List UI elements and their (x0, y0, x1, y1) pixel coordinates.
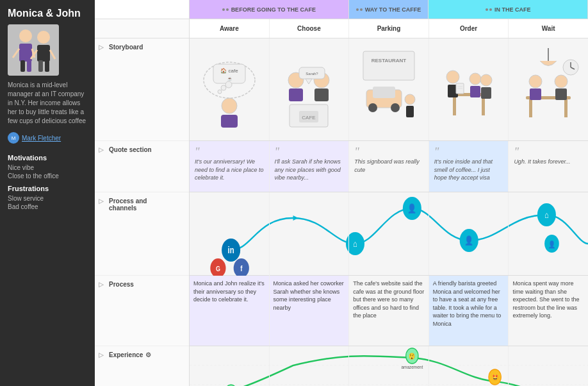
svg-rect-2 (19, 44, 32, 62)
channels-cell-5 (509, 192, 588, 275)
svg-point-47 (480, 74, 492, 86)
experience-row: 😲 awe 😊 trust 😲 amazement (190, 346, 588, 386)
col-header-wait: Wait (509, 19, 588, 38)
channels-cell-4 (429, 192, 509, 275)
gear-icon: ⚙ (145, 351, 151, 358)
row-labels-inner: ▷ Storyboard ▷ Quote section ▷ Process a… (95, 38, 189, 386)
phase-way-label: WAY TO THE CAFFE (365, 6, 421, 13)
quote-row: " It's our anniversary! We need to find … (190, 141, 588, 192)
phases-row: BEFORE GOING TO THE CAFE WAY TO THE CAFF… (190, 0, 588, 19)
exp-cell-3 (349, 346, 429, 386)
scroll-area[interactable]: Aware Choose Parking Order Wait (190, 19, 588, 386)
svg-point-56 (529, 75, 542, 88)
col-header-spacer (95, 19, 189, 38)
process-label: Process (109, 281, 134, 288)
storyboard-img-parking: RESTAURANT (353, 45, 425, 135)
col-header-choose: Choose (270, 19, 350, 38)
exp-cell-5 (509, 346, 588, 386)
phase-dot-3b (489, 8, 492, 11)
phase-before: BEFORE GOING TO THE CAFE (190, 0, 349, 19)
phase-before-label: BEFORE GOING TO THE CAFE (231, 6, 316, 13)
svg-rect-54 (529, 99, 532, 117)
frustration-1: Slow service (8, 195, 87, 202)
svg-rect-55 (564, 99, 568, 117)
collaborator-name[interactable]: Mark Fletcher (22, 135, 61, 142)
phase-dot (226, 8, 229, 11)
collapse-process[interactable]: ▷ (99, 281, 104, 288)
phase-in-label: IN THE CAFE (494, 6, 531, 13)
exp-cell-1 (190, 346, 270, 386)
row-label-process: ▷ Process (95, 276, 189, 346)
quote-text-aware: It's our anniversary! We need to find a … (195, 158, 264, 181)
sidebar: Monica & John Monica is a mid-level mana… (0, 0, 95, 386)
collapse-quote[interactable]: ▷ (99, 146, 104, 153)
main-content: BEFORE GOING TO THE CAFE WAY TO THE CAFF… (95, 0, 588, 386)
columns-inner: Aware Choose Parking Order Wait (190, 19, 588, 386)
col-header-aware: Aware (190, 19, 270, 38)
quote-mark-2: " (275, 146, 344, 158)
svg-point-1 (19, 29, 32, 42)
storyboard-order (429, 38, 509, 140)
collaborator-row: M Mark Fletcher (8, 132, 87, 144)
phase-header: BEFORE GOING TO THE CAFE WAY TO THE CAFF… (95, 0, 588, 19)
svg-point-58 (555, 75, 568, 88)
svg-point-45 (470, 73, 481, 85)
storyboard-choose: Sarah? CAFE (270, 38, 350, 140)
quote-choose: " I'll ask Sarah if she knows any nice p… (270, 141, 350, 192)
phase-way: WAY TO THE CAFFE (349, 0, 429, 19)
svg-rect-25 (314, 88, 329, 101)
svg-rect-23 (289, 88, 303, 101)
process-order: A friendly barista greeted Monica and we… (429, 276, 509, 346)
storyboard-wait (509, 38, 588, 140)
quote-mark-1: " (195, 146, 264, 158)
col-headers: Aware Choose Parking Order Wait (190, 19, 588, 38)
svg-point-38 (405, 94, 415, 105)
storyboard-img-aware: 🏠 cafe ☕ (193, 45, 265, 135)
svg-rect-39 (406, 106, 414, 117)
exp-cell-2 (270, 346, 350, 386)
row-label-experience: ▷ Experience ⚙ (95, 346, 189, 386)
process-row: Monica and John realize it's their anniv… (190, 276, 588, 346)
phase-dot-3 (486, 8, 488, 11)
process-text-aware: Monica and John realize it's their anniv… (193, 280, 265, 304)
persona-name: Monica & John (8, 8, 87, 19)
quote-text-wait: Ugh. It takes forever... (514, 158, 570, 165)
svg-point-21 (225, 81, 232, 88)
quote-parking: " This signboard was really cute (349, 141, 429, 192)
storyboard-img-order (433, 45, 505, 135)
storyboard-parking: RESTAURANT (349, 38, 429, 140)
svg-text:CAFE: CAFE (302, 115, 316, 121)
svg-rect-42 (482, 96, 485, 115)
phase-header-spacer (95, 0, 190, 19)
process-text-choose: Monica asked her coworker Sarah whether … (274, 280, 345, 312)
phase-dots (222, 8, 229, 11)
row-label-quote: ▷ Quote section (95, 141, 189, 192)
process-parking: The cafe's website said the cafe was at … (349, 276, 429, 346)
collapse-storyboard[interactable]: ▷ (99, 44, 104, 51)
svg-point-37 (391, 103, 400, 112)
svg-rect-12 (45, 60, 49, 72)
svg-point-43 (446, 71, 459, 83)
grid-wrapper: ▷ Storyboard ▷ Quote section ▷ Process a… (95, 19, 588, 386)
phase-dots-2 (356, 8, 363, 11)
motivations-title: Motivations (8, 154, 87, 162)
collapse-experience[interactable]: ▷ (99, 351, 104, 358)
svg-text:☕: ☕ (227, 76, 232, 81)
channels-cell-3 (349, 192, 429, 275)
storyboard-label: Storyboard (109, 44, 143, 51)
process-aware: Monica and John realize it's their anniv… (190, 276, 270, 346)
svg-rect-32 (363, 51, 414, 80)
row-label-storyboard: ▷ Storyboard (95, 38, 189, 141)
quote-text-parking: This signboard was really cute (354, 158, 420, 173)
col-header-parking: Parking (349, 19, 429, 38)
svg-text:RESTAURANT: RESTAURANT (372, 58, 407, 63)
phase-dot-2 (356, 8, 359, 11)
quote-order: " It's nice inside and that smell of cof… (429, 141, 509, 192)
process-wait: Monica spent way more time waiting than … (509, 276, 588, 346)
collapse-channels[interactable]: ▷ (99, 197, 104, 205)
svg-rect-46 (470, 86, 480, 97)
phase-dot-2b (360, 8, 363, 11)
quote-wait: " Ugh. It takes forever... (509, 141, 588, 192)
phase-dots-3 (486, 8, 492, 11)
process-text-order: A friendly barista greeted Monica and we… (433, 280, 505, 328)
